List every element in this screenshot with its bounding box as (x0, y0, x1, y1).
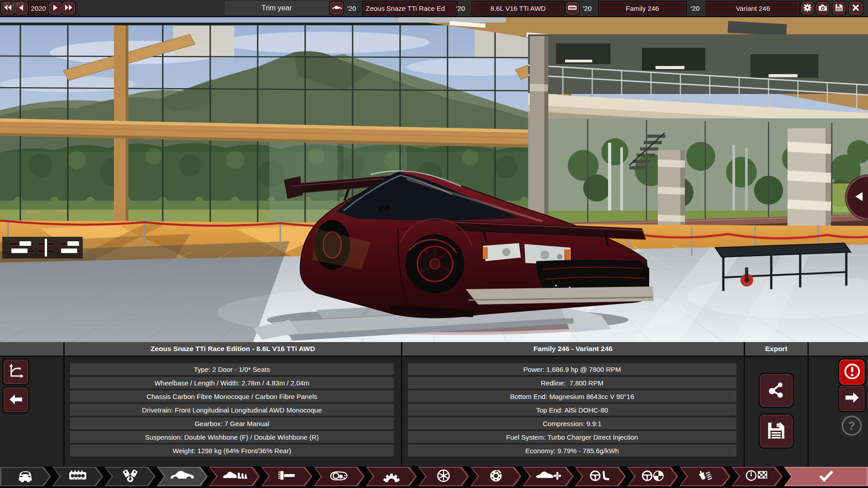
engine-detail-row: Economy: 9.79% - 785.6g/kWh (408, 445, 736, 456)
left-arrow-icon (854, 191, 864, 204)
tab-fixtures[interactable] (314, 467, 365, 486)
car-icon (332, 5, 342, 12)
engine-detail-row: Power: 1,686.9 hp @ 7800 RPM (408, 363, 736, 375)
close-x-icon (852, 4, 859, 13)
car-silhouette-icon (170, 469, 195, 483)
engine-details-section: Family 246 - Variant 246 Power: 1,686.9 … (402, 342, 744, 466)
tab-trim-body[interactable] (157, 467, 208, 486)
tab-brakes[interactable] (470, 467, 521, 486)
export-header: Export (745, 342, 807, 357)
car-detail-row: Chassis Carbon Fibre Monocoque / Carbon … (70, 390, 394, 402)
tab-suspension[interactable] (679, 467, 731, 486)
car-detail-row: Wheelbase / Length / Width: 2.78m / 4.83… (70, 377, 394, 389)
car-detail-row: Weight: 1298 kg (64% Front/36% Rear) (70, 445, 394, 456)
export-share-button[interactable] (760, 374, 793, 407)
brake-disc-icon (489, 469, 503, 485)
trim-year-value[interactable]: 2020 (29, 2, 48, 14)
panel-action-column: ? (809, 342, 868, 466)
car-seats-icon (222, 469, 247, 483)
tab-car-body[interactable] (0, 467, 51, 486)
headlight-icon (329, 469, 349, 484)
engine-block-icon (68, 469, 88, 484)
right-arrow-icon (52, 5, 58, 12)
gauge-checkered-flag-icon (745, 469, 769, 484)
variant-year-badge: '20 (691, 2, 700, 14)
engine-select-button[interactable] (566, 2, 579, 14)
tab-aero[interactable] (523, 467, 574, 486)
camera-control-overlay (2, 237, 83, 258)
showroom-viewport[interactable] (0, 16, 868, 342)
engine-detail-row: Bottom End: Magnesium 8643cc V 90°16 (408, 390, 736, 402)
design-step-tabbar (0, 466, 868, 488)
car-front-icon (16, 469, 34, 484)
engine-family-field[interactable]: Family 246 (599, 2, 686, 14)
car-details-header: Zeous Snaze TTi Race Edition - 8.6L V16 … (65, 342, 401, 357)
trim-model-field[interactable]: 8.6L V16 TTi AWD (472, 2, 564, 14)
trim-year-badge: '20 (347, 2, 356, 14)
tab-wheels[interactable] (418, 467, 469, 486)
next-button[interactable] (840, 386, 864, 411)
family-year-badge: '20 (583, 2, 592, 14)
details-panel: Zeous Snaze TTi Race Edition - 8.6L V16 … (0, 342, 868, 466)
car-detail-row: Suspension: Double Wishbone (F) / Double… (70, 431, 394, 443)
tab-engine-family[interactable] (52, 467, 104, 486)
double-right-arrow-icon (65, 5, 73, 12)
tab-body-type[interactable] (209, 467, 260, 486)
trim-year-label: Trim year (225, 1, 329, 15)
camera-slider-handle[interactable] (67, 241, 79, 246)
export-save-button[interactable] (760, 415, 793, 447)
top-toolbar: 2020 Trim year '20 Zeous Snaze TTi Race … (0, 0, 868, 17)
settings-button[interactable] (801, 2, 814, 14)
gear-half-icon (382, 469, 401, 484)
aero-fan-icon (535, 469, 561, 484)
car-detail-row: Type: 2 Door - 1/0* Seats (70, 363, 394, 375)
photo-mode-button[interactable] (816, 2, 829, 14)
floppy-save-icon (835, 4, 843, 13)
trim-year-badge2: '20 (456, 2, 465, 14)
fps-counter: 81 FPS (4, 1, 24, 8)
paint-brush-icon (276, 469, 297, 483)
steering-wheel-balance-icon (641, 469, 665, 484)
big-right-arrow-icon (844, 391, 860, 405)
tab-gearbox[interactable] (366, 467, 417, 486)
year-forward-button[interactable] (49, 2, 61, 14)
checkmark-icon (816, 469, 835, 484)
big-left-arrow-icon (9, 394, 23, 407)
engine-variant-field[interactable]: Variant 246 (707, 2, 799, 14)
camera-icon (818, 4, 827, 13)
camera-slider-handle[interactable] (61, 249, 77, 253)
engine-pistons-icon (121, 469, 139, 484)
graphs-button[interactable] (4, 360, 28, 384)
wheel-rim-icon (436, 469, 451, 485)
close-button[interactable] (849, 2, 863, 14)
back-button[interactable] (4, 388, 28, 412)
engine-icon (567, 4, 577, 13)
camera-slider-handle[interactable] (11, 249, 28, 253)
tab-trim-paint[interactable] (261, 467, 312, 486)
help-button[interactable]: ? (841, 415, 863, 436)
tab-testing[interactable] (732, 467, 783, 486)
year-fast-forward-button[interactable] (62, 2, 75, 14)
car-model-button[interactable] (330, 2, 343, 14)
shock-absorber-icon (696, 469, 714, 484)
tab-engine-variant[interactable] (104, 467, 156, 486)
engine-detail-row: Fuel System: Turbo Charger Direct Inject… (408, 431, 736, 443)
graph-curve-icon (8, 364, 24, 380)
engine-detail-row: Redline: 7,800 RPM (408, 377, 736, 389)
camera-slider-handle[interactable] (19, 241, 31, 246)
showroom-scene (0, 16, 868, 342)
warning-exclamation-icon (843, 362, 861, 382)
tab-interior[interactable] (575, 467, 626, 486)
tab-driving[interactable] (627, 467, 678, 486)
warnings-button[interactable] (840, 360, 864, 385)
lift-height-handle[interactable] (45, 239, 47, 257)
car-detail-row: Drivetrain: Front Longitudinal Longitudi… (70, 404, 394, 416)
question-mark-icon: ? (842, 416, 862, 436)
save-button[interactable] (833, 2, 845, 14)
trim-name-field[interactable]: Zeous Snaze TTi Race Ed (363, 2, 457, 14)
share-nodes-icon (767, 381, 785, 400)
tab-finish-summary[interactable] (784, 467, 868, 486)
car-detail-row: Gearbox: 7 Gear Manual (70, 418, 394, 429)
steering-wheel-seat-icon (589, 469, 612, 484)
gear-icon (803, 4, 811, 13)
